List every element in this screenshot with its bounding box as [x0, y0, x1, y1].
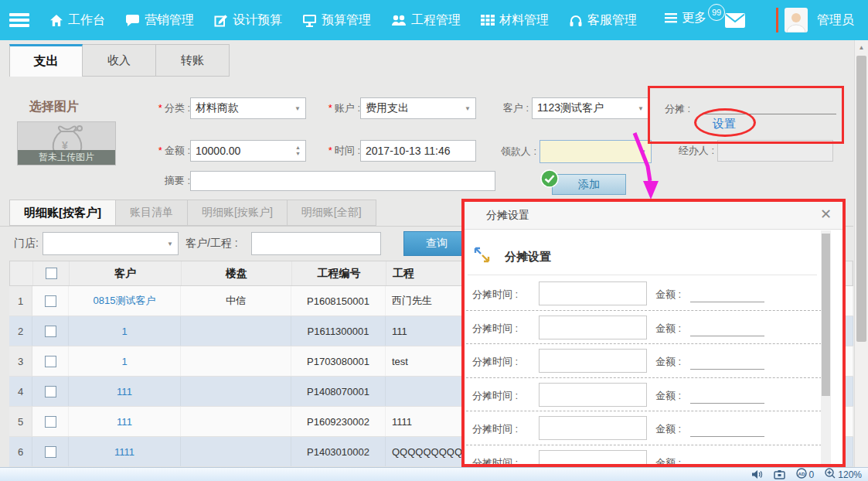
nav-label: 设计预算: [233, 12, 282, 29]
screenshot-icon[interactable]: [774, 469, 785, 479]
dashed-divider: [466, 411, 822, 411]
dashed-divider: [466, 343, 822, 344]
nav-item-budget[interactable]: 预算管理: [302, 12, 371, 29]
nav-label: 预算管理: [322, 12, 371, 29]
allocation-settings-modal: 分摊设置 ✕ 分摊设置 分摊时间 : 金额 : 分摊时间 : 金额 :: [461, 199, 846, 467]
payee-field: 领款人 : ▼: [481, 140, 652, 163]
time-input[interactable]: 2017-10-13 11:46: [360, 140, 476, 162]
ad-block-indicator[interactable]: AD 0: [796, 468, 815, 481]
notification-badge[interactable]: 99: [708, 4, 725, 21]
store-select[interactable]: ▼: [43, 232, 179, 255]
search-button[interactable]: 查询: [403, 231, 470, 256]
payee-select[interactable]: ▼: [540, 140, 652, 163]
allocation-amount-label: 金额 :: [655, 422, 681, 436]
customer-link[interactable]: 0815测试客户: [69, 286, 181, 316]
add-button[interactable]: 添加: [552, 174, 626, 195]
customer-link[interactable]: 111: [69, 377, 181, 406]
customer-select[interactable]: 1123测试客户 ▼: [532, 97, 649, 119]
summary-input[interactable]: [190, 171, 495, 191]
project-no-cell: P1403010002: [291, 437, 386, 466]
nav-item-marketing[interactable]: 营销管理: [125, 12, 194, 29]
allocation-time-input[interactable]: [539, 383, 647, 407]
category-field: *分类 : 材料商款 ▼: [121, 97, 306, 119]
modal-scrollbar[interactable]: [821, 230, 831, 464]
customer-link[interactable]: 111: [69, 407, 181, 436]
nav-item-workbench[interactable]: 工作台: [49, 12, 105, 29]
select-all-checkbox[interactable]: [46, 268, 57, 279]
allocation-amount-input[interactable]: [690, 284, 764, 302]
grid-icon: [481, 14, 495, 26]
tab-ledger-by-account[interactable]: 明细账[按账户]: [188, 200, 288, 226]
mail-icon[interactable]: [725, 13, 745, 31]
allocation-time-input[interactable]: [539, 316, 647, 339]
customer-project-input[interactable]: [251, 232, 381, 255]
row-checkbox[interactable]: [45, 356, 56, 367]
row-checkbox[interactable]: [45, 295, 56, 307]
project-no-cell: P1609230002: [291, 407, 386, 436]
image-upload-box[interactable]: ¥ 暂未上传图片: [17, 121, 116, 165]
tab-ledger-by-customer[interactable]: 明细账[按客户]: [9, 200, 116, 226]
account-select[interactable]: 费用支出 ▼: [360, 97, 476, 119]
allocation-amount-input[interactable]: [690, 385, 764, 404]
zoom-indicator[interactable]: 120%: [825, 468, 862, 481]
customer-link[interactable]: 1: [69, 346, 181, 376]
allocation-amount-input[interactable]: [690, 452, 764, 468]
allocation-time-label: 分摊时间 :: [472, 355, 518, 369]
tab-ledger-all[interactable]: 明细账[全部]: [288, 200, 376, 226]
allocation-time-input[interactable]: [539, 349, 647, 373]
nav-item-more[interactable]: 更多: [665, 10, 706, 26]
nav-item-service[interactable]: 客服管理: [569, 12, 637, 29]
row-checkbox[interactable]: [45, 386, 56, 397]
allocation-amount-input[interactable]: [690, 318, 764, 336]
nav-item-material[interactable]: 材料管理: [481, 12, 549, 29]
amount-input[interactable]: 10000.00 ▲▼: [190, 140, 306, 162]
ad-count: 0: [809, 469, 815, 480]
time-value: 2017-10-13 11:46: [366, 145, 451, 157]
customer-link[interactable]: 1: [69, 316, 181, 346]
row-checkbox[interactable]: [45, 446, 56, 458]
allocation-amount-input[interactable]: [690, 418, 764, 437]
project-no-cell: P1408070001: [291, 377, 386, 406]
spinner-stepper[interactable]: ▲▼: [295, 145, 301, 156]
page-scrollbar-thumb[interactable]: [856, 56, 866, 342]
avatar[interactable]: [785, 8, 808, 32]
allocation-amount-input[interactable]: [690, 351, 764, 370]
tab-account-list[interactable]: 账目清单: [116, 200, 188, 226]
user-name[interactable]: 管理员: [817, 12, 854, 29]
modal-scrollbar-thumb[interactable]: [822, 234, 830, 396]
tab-transfer[interactable]: 转账: [156, 44, 230, 77]
allocation-time-label: 分摊时间 :: [472, 422, 518, 436]
scroll-up-arrow[interactable]: ▲: [855, 42, 868, 53]
building-cell: [181, 407, 291, 436]
allocation-amount-label: 金额 :: [655, 456, 681, 468]
tab-expense[interactable]: 支出: [9, 44, 83, 77]
speaker-icon[interactable]: [751, 469, 763, 479]
nav-label: 材料管理: [499, 12, 549, 29]
header-num: [10, 261, 33, 285]
row-checkbox[interactable]: [45, 416, 56, 428]
building-cell: 中信: [181, 286, 291, 316]
nav-item-design-budget[interactable]: 设计预算: [214, 12, 282, 29]
svg-text:AD: AD: [798, 471, 805, 476]
tab-income[interactable]: 收入: [83, 44, 156, 77]
page-scrollbar[interactable]: ▲: [854, 40, 868, 468]
allocation-label: 分摊 :: [665, 102, 690, 116]
close-icon[interactable]: ✕: [820, 207, 832, 221]
modal-section-title: 分摊设置: [505, 250, 551, 264]
row-number: 1: [9, 286, 32, 316]
allocation-amount-label: 金额 :: [655, 322, 681, 336]
modal-title-bar: 分摊设置 ✕: [465, 202, 842, 230]
allocation-time-input[interactable]: [539, 281, 647, 305]
chevron-down-icon: ▼: [465, 105, 471, 112]
category-select[interactable]: 材料商款 ▼: [190, 97, 306, 119]
row-checkbox[interactable]: [45, 326, 56, 337]
nav-item-project[interactable]: 工程管理: [391, 12, 461, 29]
zoom-plus-icon: [825, 468, 836, 481]
allocation-time-input[interactable]: [539, 450, 647, 468]
choose-image-label[interactable]: 选择图片: [29, 99, 79, 115]
allocation-time-input[interactable]: [539, 416, 647, 440]
menu-icon[interactable]: [9, 13, 29, 27]
team-icon: [391, 14, 407, 27]
customer-link[interactable]: 1111: [69, 437, 181, 466]
modal-title: 分摊设置: [486, 209, 529, 223]
